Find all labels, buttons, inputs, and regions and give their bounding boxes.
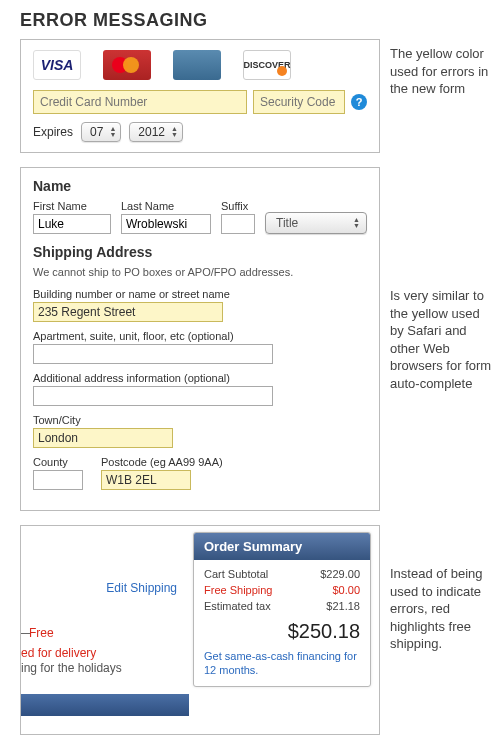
first-name-input[interactable] [33, 214, 111, 234]
postcode-input[interactable] [101, 470, 191, 490]
stepper-icon: ▲▼ [109, 126, 116, 138]
card-logos: VISA DISCOVER [33, 50, 367, 80]
expiry-year-select[interactable]: 2012 ▲▼ [129, 122, 183, 142]
help-icon[interactable]: ? [351, 94, 367, 110]
credit-card-panel: VISA DISCOVER ? Expires 07 ▲▼ 2012 ▲▼ [20, 39, 380, 153]
expires-label: Expires [33, 125, 73, 139]
county-input[interactable] [33, 470, 83, 490]
financing-link[interactable]: Get same-as-cash financing for 12 months… [204, 649, 360, 678]
shipping-label: Free Shipping [204, 584, 273, 596]
shipping-heading: Shipping Address [33, 244, 367, 260]
shipping-panel: Name First Name Last Name Suffix Title ▲… [20, 167, 380, 511]
first-name-label: First Name [33, 200, 111, 212]
stepper-icon: ▲▼ [353, 217, 360, 229]
tax-value: $21.18 [326, 600, 360, 612]
shipping-note: We cannot ship to PO boxes or APO/FPO ad… [33, 266, 367, 278]
stepper-icon: ▲▼ [171, 126, 178, 138]
expiry-month-select[interactable]: 07 ▲▼ [81, 122, 121, 142]
extra-label: Additional address information (optional… [33, 372, 367, 384]
mastercard-icon [103, 50, 151, 80]
last-name-input[interactable] [121, 214, 211, 234]
fragment-free: Free [29, 626, 54, 640]
street-input[interactable] [33, 302, 223, 322]
shipping-value: $0.00 [332, 584, 360, 596]
annotation-1: The yellow color used for errors in the … [380, 39, 500, 98]
edit-shipping-link[interactable]: Edit Shipping [106, 581, 177, 595]
town-label: Town/City [33, 414, 367, 426]
security-code-input[interactable] [253, 90, 345, 114]
amex-icon [173, 50, 221, 80]
visa-icon: VISA [33, 50, 81, 80]
apt-label: Apartment, suite, unit, floor, etc (opti… [33, 330, 367, 342]
discover-icon: DISCOVER [243, 50, 291, 80]
last-name-label: Last Name [121, 200, 211, 212]
card-number-input[interactable] [33, 90, 247, 114]
apt-input[interactable] [33, 344, 273, 364]
order-summary-box: Order Summary Cart Subtotal $229.00 Free… [193, 532, 371, 687]
page-title: ERROR MESSAGING [20, 10, 500, 31]
blue-bar [21, 694, 189, 716]
fragment-holidays: ing for the holidays [21, 661, 122, 675]
order-summary-header: Order Summary [194, 533, 370, 560]
title-select[interactable]: Title ▲▼ [265, 212, 367, 234]
fragment-delivery: ed for delivery [21, 646, 96, 660]
annotation-2: Is very similar to the yellow used by Sa… [380, 167, 500, 392]
county-label: County [33, 456, 83, 468]
tax-label: Estimated tax [204, 600, 271, 612]
suffix-input[interactable] [221, 214, 255, 234]
name-heading: Name [33, 178, 367, 194]
subtotal-value: $229.00 [320, 568, 360, 580]
order-total: $250.18 [204, 620, 360, 643]
annotation-3: Instead of being used to indicate errors… [380, 525, 500, 653]
order-summary-panel: Edit Shipping — Free ed for delivery ing… [20, 525, 380, 735]
suffix-label: Suffix [221, 200, 255, 212]
expiry-month-value: 07 [90, 125, 103, 139]
subtotal-label: Cart Subtotal [204, 568, 268, 580]
expiry-year-value: 2012 [138, 125, 165, 139]
postcode-label: Postcode (eg AA99 9AA) [101, 456, 223, 468]
left-fragment: Edit Shipping — Free ed for delivery ing… [21, 526, 189, 734]
town-input[interactable] [33, 428, 173, 448]
title-select-value: Title [276, 216, 298, 230]
extra-input[interactable] [33, 386, 273, 406]
street-label: Building number or name or street name [33, 288, 367, 300]
